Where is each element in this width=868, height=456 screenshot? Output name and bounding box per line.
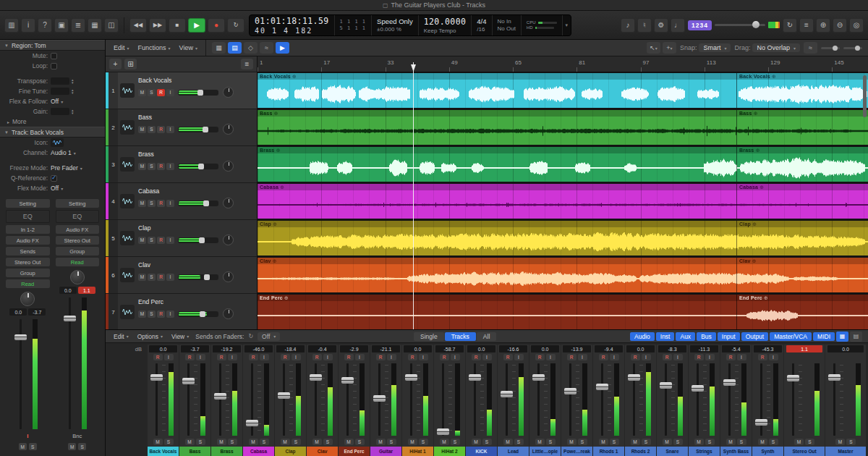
- select-value[interactable]: Audio 1: [51, 149, 72, 156]
- record-enable-button[interactable]: R: [157, 126, 165, 133]
- lcd-display[interactable]: 01:01:18:11.59 40 1 4 182 1 1 1 1 5 1 1 …: [249, 14, 571, 36]
- record-enable-button[interactable]: R: [631, 354, 640, 360]
- channel-fader[interactable]: [339, 362, 370, 437]
- mute-button[interactable]: M: [217, 439, 226, 445]
- library-icon[interactable]: ▥: [4, 18, 19, 33]
- slider-thumb[interactable]: [203, 127, 208, 132]
- channel-fader[interactable]: [243, 362, 274, 437]
- mute-button[interactable]: M: [344, 439, 354, 445]
- input-monitor-button[interactable]: I: [196, 354, 205, 360]
- solo-button[interactable]: S: [148, 89, 156, 96]
- record-enable-button[interactable]: R: [344, 354, 354, 360]
- fader-cap[interactable]: [628, 374, 640, 381]
- track-header-back-vocals[interactable]: 1Back VocalsMSRI: [106, 72, 257, 109]
- solo-button[interactable]: S: [846, 439, 856, 445]
- select-value[interactable]: Off: [51, 98, 59, 105]
- filter-midi[interactable]: MIDI: [813, 332, 835, 341]
- horizontal-zoom-slider[interactable]: [821, 47, 840, 49]
- input-monitor-button[interactable]: I: [292, 354, 301, 360]
- fader-cap[interactable]: [755, 419, 767, 426]
- select-value[interactable]: Off: [51, 185, 59, 192]
- solo-button[interactable]: S: [148, 237, 156, 244]
- channel-strip-back-vocals[interactable]: 0.0RIMSBack Vocals: [148, 345, 179, 456]
- filter-output[interactable]: Output: [741, 332, 769, 341]
- input-monitor-button[interactable]: I: [737, 354, 746, 360]
- fader-cap[interactable]: [214, 393, 226, 400]
- filter-master-vca[interactable]: Master/VCA: [770, 332, 812, 341]
- input-monitor-button[interactable]: I: [166, 89, 174, 96]
- mute-button[interactable]: M: [68, 443, 76, 450]
- record-enable-button[interactable]: R: [472, 354, 481, 360]
- region-canvas[interactable]: [258, 294, 868, 329]
- input-monitor-button[interactable]: I: [546, 354, 556, 360]
- region-canvas[interactable]: [258, 257, 868, 294]
- forward-button[interactable]: ▶▶: [149, 18, 166, 33]
- value-field[interactable]: [51, 108, 69, 115]
- smart-controls-icon[interactable]: ≣: [71, 18, 85, 33]
- rewind-button[interactable]: ◀◀: [129, 18, 147, 33]
- metronome-icon[interactable]: ♩: [671, 18, 685, 33]
- solo-button[interactable]: S: [387, 439, 396, 445]
- strip-slot-audio-fx[interactable]: Audio FX: [56, 225, 100, 234]
- settings-icon[interactable]: ⚙: [654, 18, 668, 33]
- channel-fader[interactable]: [561, 362, 592, 437]
- record-enable-button[interactable]: R: [157, 89, 165, 96]
- mixer-list-icon[interactable]: ▤: [850, 332, 862, 342]
- solo-button[interactable]: S: [323, 439, 333, 445]
- solo-button[interactable]: S: [78, 443, 86, 450]
- record-enable-button[interactable]: R: [157, 163, 165, 170]
- value-field[interactable]: [51, 77, 69, 85]
- mixer-view-tracks[interactable]: Tracks: [445, 332, 476, 341]
- record-enable-button[interactable]: R: [726, 354, 736, 360]
- flex-icon[interactable]: ≈: [260, 42, 273, 54]
- fader-cap[interactable]: [310, 374, 322, 381]
- volume-slider[interactable]: [178, 164, 218, 169]
- channel-strip-lead[interactable]: -16.6RIMSLead: [498, 345, 529, 456]
- drag-combo[interactable]: Drag: No Overlap▾: [734, 43, 800, 52]
- solo-button[interactable]: S: [642, 439, 651, 445]
- mute-button[interactable]: M: [138, 89, 146, 96]
- channel-strip-end-perc[interactable]: -2.9RIMSEnd Perc: [339, 345, 370, 456]
- channel-fader[interactable]: [625, 362, 656, 437]
- track-icon[interactable]: [51, 138, 64, 147]
- channel-strip-guitar[interactable]: -21.1RIMSGuitar: [370, 345, 401, 456]
- fader-cap[interactable]: [405, 374, 417, 381]
- fader-cap[interactable]: [501, 391, 513, 397]
- input-monitor-button[interactable]: I: [387, 354, 396, 360]
- channel-fader[interactable]: [60, 297, 95, 429]
- stepper-icon[interactable]: ▴▾: [72, 88, 74, 94]
- mute-button[interactable]: M: [835, 439, 845, 445]
- fader-cap[interactable]: [532, 374, 545, 381]
- region-inspector-header[interactable]: ▼ Region: Tom: [0, 40, 105, 51]
- input-monitor-button[interactable]: I: [228, 354, 237, 360]
- catch-playhead-icon[interactable]: ▶: [276, 42, 289, 54]
- solo-button[interactable]: S: [737, 439, 746, 445]
- channel-strip-synth-bass[interactable]: -5.4RIMSSynth Bass: [720, 345, 752, 456]
- solo-button[interactable]: S: [148, 274, 156, 281]
- strip-slot-setting[interactable]: Setting: [6, 199, 50, 208]
- strip-slot-setting[interactable]: Setting: [56, 199, 100, 208]
- record-enable-button[interactable]: R: [157, 237, 165, 244]
- strip-slot-audio-fx[interactable]: Audio FX: [6, 236, 50, 245]
- mute-button[interactable]: M: [631, 439, 640, 445]
- input-monitor-button[interactable]: I: [164, 354, 174, 360]
- input-monitor-button[interactable]: I: [610, 354, 619, 360]
- channel-fader[interactable]: [657, 362, 688, 437]
- mute-button[interactable]: M: [312, 439, 322, 445]
- strip-slot-read[interactable]: Read: [56, 258, 100, 266]
- mixer-view-icon[interactable]: ▦: [836, 332, 848, 342]
- input-monitor-button[interactable]: I: [451, 354, 460, 360]
- solo-button[interactable]: S: [148, 200, 156, 207]
- editor-list-icon[interactable]: ▤: [228, 42, 242, 54]
- channel-fader[interactable]: [720, 362, 752, 437]
- record-enable-button[interactable]: R: [157, 274, 165, 281]
- channel-strip-synth[interactable]: -45.3RIMSSynth: [752, 345, 783, 456]
- fader-cap[interactable]: [14, 334, 27, 340]
- channel-strip-rhods-1[interactable]: -9.4RIMSRhods 1: [593, 345, 624, 456]
- sends-on-faders-select[interactable]: Off ▾: [258, 332, 280, 341]
- solo-button[interactable]: S: [546, 439, 556, 445]
- fader-cap[interactable]: [660, 382, 672, 389]
- region-canvas[interactable]: [258, 109, 868, 146]
- mute-button[interactable]: M: [599, 439, 608, 445]
- solo-button[interactable]: S: [29, 443, 37, 450]
